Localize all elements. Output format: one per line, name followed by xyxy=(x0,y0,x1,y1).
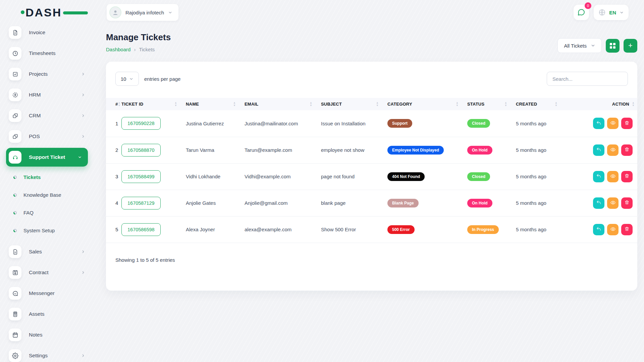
sidebar-item-messenger[interactable]: Messenger xyxy=(9,283,91,304)
ticket-filter-value: All Tickets xyxy=(564,43,587,49)
sort-icon[interactable]: ▲▼ xyxy=(456,102,459,107)
column-header-category[interactable]: CATEGORY▲▼ xyxy=(387,98,467,110)
entries-summary: Showing 1 to 5 of 5 entries xyxy=(106,243,637,276)
status-badge: Closed xyxy=(467,172,490,181)
row-actions xyxy=(566,171,637,182)
sort-icon[interactable]: ▲▼ xyxy=(174,102,177,107)
sidebar-item-settings[interactable]: Settings xyxy=(9,345,91,362)
sales-icon xyxy=(9,245,21,258)
sidebar-item-sales[interactable]: Sales xyxy=(9,241,91,262)
trash-icon xyxy=(624,173,630,180)
chevron-down-icon xyxy=(620,10,624,15)
reply-ticket-button[interactable] xyxy=(593,224,604,235)
tickets-table: #▲▼TICKET ID▲▼NAME▲▼EMAIL▲▼SUBJECT▲▼CATE… xyxy=(106,98,637,243)
view-ticket-button[interactable] xyxy=(607,118,619,129)
reply-ticket-button[interactable] xyxy=(593,171,604,182)
search-input[interactable] xyxy=(547,72,628,86)
invoice-icon xyxy=(9,26,21,39)
column-header-ticket-id[interactable]: TICKET ID▲▼ xyxy=(121,98,186,110)
sidebar-subitem-knowledge-base[interactable]: Knowledge Base xyxy=(9,186,91,204)
sidebar-item-timesheets[interactable]: Timesheets xyxy=(9,43,91,64)
ticket-id-link[interactable]: 1670586598 xyxy=(121,223,161,236)
ticket-id-link[interactable]: 1670588499 xyxy=(121,170,161,183)
view-ticket-button[interactable] xyxy=(607,197,619,209)
sidebar-item-hrm[interactable]: HRM xyxy=(9,84,91,105)
sidebar-item-label: CRM xyxy=(29,113,41,119)
sidebar-item-support-ticket[interactable]: Support Ticket xyxy=(6,148,88,167)
sidebar-item-crm[interactable]: CRM xyxy=(9,105,91,126)
sort-icon[interactable]: ▲▼ xyxy=(118,102,120,107)
delete-ticket-button[interactable] xyxy=(621,144,633,156)
eye-icon xyxy=(610,200,616,206)
table-row: 41670587129Anjolie GatesAnjolie@gmail.co… xyxy=(106,190,637,216)
ticket-created: 5 months ago xyxy=(516,163,566,190)
sidebar-item-label: Settings xyxy=(29,353,48,359)
app-logo[interactable]: DASH xyxy=(25,6,91,19)
settings-icon xyxy=(9,349,21,362)
sort-icon[interactable]: ▲▼ xyxy=(504,102,507,107)
sidebar-item-notes[interactable]: Notes xyxy=(9,324,91,345)
grid-view-button[interactable] xyxy=(606,39,620,53)
column-header-status[interactable]: STATUS▲▼ xyxy=(467,98,516,110)
reply-ticket-button[interactable] xyxy=(593,118,604,129)
bullet-icon xyxy=(13,176,17,179)
column-header-created[interactable]: CREATED▲▼ xyxy=(516,98,566,110)
delete-ticket-button[interactable] xyxy=(621,118,633,129)
sidebar-item-projects[interactable]: Projects xyxy=(9,64,91,84)
reply-ticket-button[interactable] xyxy=(593,144,604,156)
add-ticket-button[interactable]: + xyxy=(624,39,637,53)
sidebar-item-contract[interactable]: Contract xyxy=(9,262,91,283)
chevron-right-icon xyxy=(81,114,85,118)
sidebar-item-invoice[interactable]: Invoice xyxy=(9,22,91,43)
sidebar-subitem-system-setup[interactable]: System Setup xyxy=(9,222,91,239)
sort-icon[interactable]: ▲▼ xyxy=(233,102,236,107)
sort-icon[interactable]: ▲▼ xyxy=(555,102,557,107)
sort-icon[interactable]: ▲▼ xyxy=(376,102,379,107)
sidebar-item-assets[interactable]: Assets xyxy=(9,304,91,324)
company-selector[interactable]: Rajodiya infotech xyxy=(107,4,178,21)
ticket-filter-select[interactable]: All Tickets xyxy=(557,38,602,53)
ticket-id-link[interactable]: 1670587129 xyxy=(121,197,161,209)
table-row: 11670590228Justina GutierrezJustina@mail… xyxy=(106,110,637,137)
language-selector[interactable]: EN xyxy=(594,5,629,20)
messages-button[interactable]: 0 xyxy=(574,5,589,20)
notes-icon xyxy=(9,328,21,341)
ticket-id-link[interactable]: 1670590228 xyxy=(121,117,161,130)
breadcrumb-current: Tickets xyxy=(139,47,155,52)
row-index: 3 xyxy=(106,163,121,190)
table-row: 21670588870Tarun VarmaTarun@example.come… xyxy=(106,137,637,163)
status-badge: In Progress xyxy=(467,225,499,234)
bullet-icon xyxy=(13,211,17,215)
sort-icon[interactable]: ▲▼ xyxy=(632,102,635,107)
ticket-email: Anjolie@gmail.com xyxy=(245,190,321,216)
chevron-down-icon xyxy=(168,10,172,15)
ticket-subject: page not found xyxy=(321,163,387,190)
delete-ticket-button[interactable] xyxy=(621,224,633,235)
chat-icon xyxy=(577,8,585,16)
chevron-down-icon xyxy=(129,77,133,81)
sort-icon[interactable]: ▲▼ xyxy=(310,102,312,107)
column-header-action[interactable]: ACTION▲▼ xyxy=(566,98,637,110)
chevron-right-icon xyxy=(81,250,85,254)
sidebar-item-pos[interactable]: POS xyxy=(9,126,91,147)
view-ticket-button[interactable] xyxy=(607,144,619,156)
column-header-subject[interactable]: SUBJECT▲▼ xyxy=(321,98,387,110)
ticket-name: Tarun Varma xyxy=(186,137,245,163)
column-header-email[interactable]: EMAIL▲▼ xyxy=(245,98,321,110)
column-header-index[interactable]: #▲▼ xyxy=(106,98,121,110)
entries-per-page-select[interactable]: 10 xyxy=(115,72,139,86)
sidebar-item-label: Notes xyxy=(29,332,43,338)
table-header-row: #▲▼TICKET ID▲▼NAME▲▼EMAIL▲▼SUBJECT▲▼CATE… xyxy=(106,98,637,110)
view-ticket-button[interactable] xyxy=(607,171,619,182)
view-ticket-button[interactable] xyxy=(607,224,619,235)
column-header-name[interactable]: NAME▲▼ xyxy=(186,98,245,110)
chevron-right-icon xyxy=(81,72,85,76)
ticket-subject: employee not show xyxy=(321,137,387,163)
delete-ticket-button[interactable] xyxy=(621,197,633,209)
delete-ticket-button[interactable] xyxy=(621,171,633,182)
breadcrumb-dashboard-link[interactable]: Dashboard xyxy=(106,47,130,52)
reply-ticket-button[interactable] xyxy=(593,197,604,209)
sidebar-subitem-faq[interactable]: FAQ xyxy=(9,204,91,222)
ticket-id-link[interactable]: 1670588870 xyxy=(121,144,161,157)
sidebar-subitem-tickets[interactable]: Tickets xyxy=(9,168,91,186)
